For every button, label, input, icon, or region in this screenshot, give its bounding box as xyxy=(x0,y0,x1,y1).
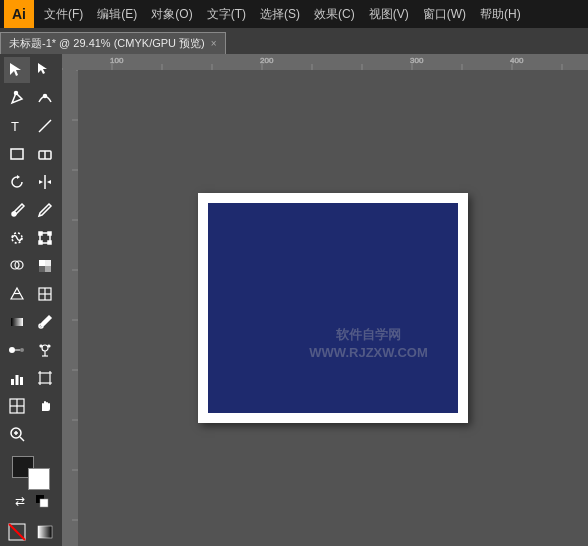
slice-tool[interactable] xyxy=(4,393,30,419)
main-layout: T xyxy=(0,54,588,546)
menu-effect[interactable]: 效果(C) xyxy=(308,4,361,25)
tab-label: 未标题-1* @ 29.41% (CMYK/GPU 预览) xyxy=(9,36,205,51)
menu-object[interactable]: 对象(O) xyxy=(145,4,198,25)
svg-text:T: T xyxy=(11,119,19,134)
symbol-sprayer-tool[interactable] xyxy=(32,337,58,363)
menu-select[interactable]: 选择(S) xyxy=(254,4,306,25)
canvas-container[interactable]: 软件自学网 WWW.RJZXW.COM xyxy=(78,70,588,546)
svg-rect-31 xyxy=(11,318,23,326)
background-color-swatch[interactable] xyxy=(28,468,50,490)
svg-text:400: 400 xyxy=(510,56,524,65)
tool-row-9 xyxy=(0,280,62,308)
menu-view[interactable]: 视图(V) xyxy=(363,4,415,25)
svg-rect-16 xyxy=(39,232,42,235)
type-tool[interactable]: T xyxy=(4,113,30,139)
menu-edit[interactable]: 编辑(E) xyxy=(91,4,143,25)
mesh-tool[interactable] xyxy=(32,281,58,307)
color-swatch-section: ⇄ xyxy=(0,452,62,514)
free-transform-tool[interactable] xyxy=(32,225,58,251)
menu-bar: 文件(F) 编辑(E) 对象(O) 文字(T) 选择(S) 效果(C) 视图(V… xyxy=(38,4,527,25)
tool-row-1 xyxy=(0,56,62,84)
svg-marker-0 xyxy=(10,63,21,76)
menu-file[interactable]: 文件(F) xyxy=(38,4,89,25)
menu-text[interactable]: 文字(T) xyxy=(201,4,252,25)
menu-window[interactable]: 窗口(W) xyxy=(417,4,472,25)
svg-marker-12 xyxy=(47,180,51,184)
hand-tool[interactable] xyxy=(32,393,58,419)
tool-row-12 xyxy=(0,364,62,392)
tab-bar: 未标题-1* @ 29.41% (CMYK/GPU 预览) × xyxy=(0,28,588,54)
swap-colors-icon[interactable]: ⇄ xyxy=(11,492,29,510)
paintbrush-tool[interactable] xyxy=(4,197,30,223)
art-shape xyxy=(208,203,458,413)
direct-select-tool[interactable] xyxy=(32,57,58,83)
svg-rect-40 xyxy=(16,375,19,385)
gradient-mode-button[interactable] xyxy=(32,519,58,545)
eraser-tool[interactable] xyxy=(32,141,58,167)
document-tab[interactable]: 未标题-1* @ 29.41% (CMYK/GPU 预览) × xyxy=(0,32,226,54)
tool-row-zoom xyxy=(0,420,62,448)
svg-line-55 xyxy=(20,437,24,441)
artboard-tool[interactable] xyxy=(32,365,58,391)
svg-text:300: 300 xyxy=(410,56,424,65)
svg-rect-6 xyxy=(11,149,23,159)
selection-tool[interactable] xyxy=(4,57,30,83)
rotate-tool[interactable] xyxy=(4,169,30,195)
tool-row-4 xyxy=(0,140,62,168)
svg-point-37 xyxy=(40,345,42,347)
tool-row-7 xyxy=(0,224,62,252)
svg-point-33 xyxy=(9,347,15,353)
shape-builder-tool[interactable] xyxy=(4,253,30,279)
svg-rect-24 xyxy=(39,266,45,272)
tool-row-5 xyxy=(0,168,62,196)
rect-tool[interactable] xyxy=(4,141,30,167)
tool-row-2 xyxy=(0,84,62,112)
menu-help[interactable]: 帮助(H) xyxy=(474,4,527,25)
tool-row-11 xyxy=(0,336,62,364)
color-mode-button[interactable] xyxy=(4,519,30,545)
svg-marker-11 xyxy=(39,180,43,184)
default-colors-icon[interactable] xyxy=(33,492,51,510)
curvature-tool[interactable] xyxy=(32,85,58,111)
svg-line-5 xyxy=(39,120,51,132)
reflect-tool[interactable] xyxy=(32,169,58,195)
svg-point-2 xyxy=(15,92,18,95)
artboard xyxy=(198,193,468,423)
title-bar: Ai 文件(F) 编辑(E) 对象(O) 文字(T) 选择(S) 效果(C) 视… xyxy=(0,0,588,28)
left-toolbar: T xyxy=(0,54,62,546)
svg-rect-25 xyxy=(45,260,51,266)
svg-rect-62 xyxy=(38,526,52,538)
svg-rect-80 xyxy=(62,70,78,546)
svg-line-61 xyxy=(9,524,25,540)
tab-close-button[interactable]: × xyxy=(211,38,217,49)
column-graph-tool[interactable] xyxy=(4,365,30,391)
svg-point-13 xyxy=(12,212,16,216)
svg-rect-39 xyxy=(11,379,14,385)
svg-rect-19 xyxy=(48,241,51,244)
pencil-tool[interactable] xyxy=(32,197,58,223)
tool-row-3: T xyxy=(0,112,62,140)
svg-point-36 xyxy=(42,345,48,351)
svg-marker-9 xyxy=(17,175,20,179)
gradient-tool[interactable] xyxy=(4,309,30,335)
eyedropper-tool[interactable] xyxy=(32,309,58,335)
svg-rect-41 xyxy=(20,377,23,385)
svg-point-3 xyxy=(44,95,47,98)
live-paint-tool[interactable] xyxy=(32,253,58,279)
perspective-grid-tool[interactable] xyxy=(4,281,30,307)
swatch-icon-row: ⇄ xyxy=(11,492,51,510)
blend-tool[interactable] xyxy=(4,337,30,363)
line-tool[interactable] xyxy=(32,113,58,139)
pen-tool[interactable] xyxy=(4,85,30,111)
swatch-pair xyxy=(12,456,50,490)
tool-row-8 xyxy=(0,252,62,280)
svg-rect-18 xyxy=(39,241,42,244)
tool-row-10 xyxy=(0,308,62,336)
warp-tool[interactable] xyxy=(4,225,30,251)
svg-rect-22 xyxy=(39,260,45,266)
svg-marker-1 xyxy=(38,63,47,74)
zoom-tool[interactable] xyxy=(4,421,30,447)
horizontal-ruler: 100 200 300 400 xyxy=(62,54,588,70)
svg-point-38 xyxy=(48,345,50,347)
tool-row-13 xyxy=(0,392,62,420)
